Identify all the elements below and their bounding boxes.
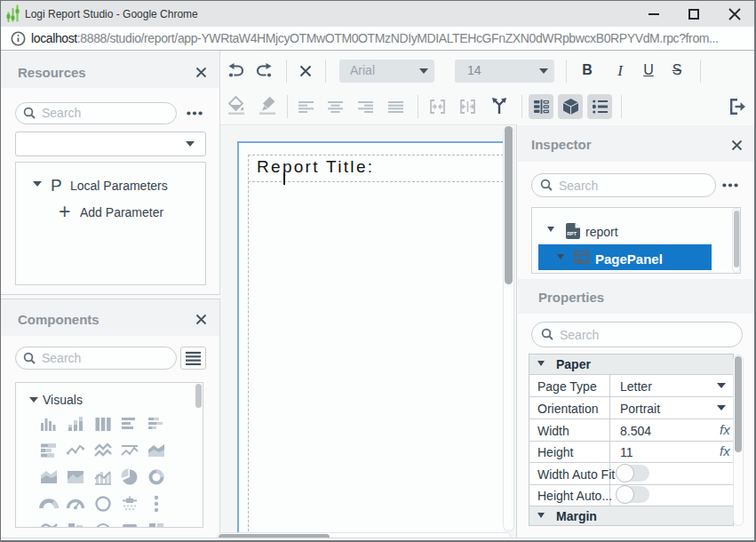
svg-text:RPT: RPT [567,231,577,236]
